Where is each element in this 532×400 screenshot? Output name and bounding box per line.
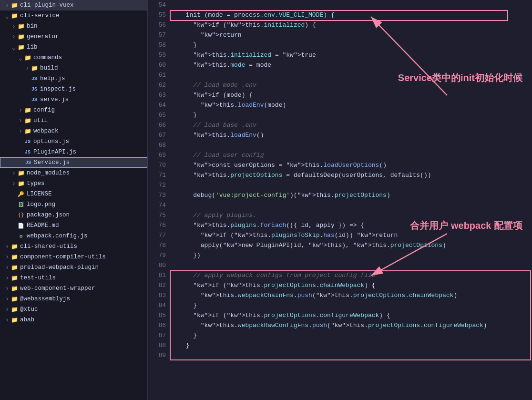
file-icon: 📁 bbox=[24, 107, 31, 114]
tree-arrow-icon: › bbox=[4, 1, 10, 9]
file-icon: 🔑 bbox=[17, 191, 25, 197]
tree-item-label: util bbox=[33, 117, 147, 124]
sidebar-item-bin[interactable]: ›📁bin bbox=[0, 21, 147, 31]
code-line: // load user config bbox=[178, 150, 532, 160]
sidebar-item-LICENSE[interactable]: 🔑LICENSE bbox=[0, 189, 147, 199]
file-icon: 📄 bbox=[17, 223, 25, 229]
code-text: init (mode = process.env.VUE_CLI_MODE) {… bbox=[171, 0, 532, 400]
code-line: }) bbox=[178, 250, 532, 260]
tree-item-label: serve.js bbox=[40, 96, 147, 103]
file-icon: JS bbox=[24, 159, 32, 166]
sidebar-item-options-js[interactable]: JSoptions.js bbox=[0, 136, 147, 147]
tree-item-label: package.json bbox=[27, 212, 147, 218]
sidebar-item-cli-service[interactable]: ⌄📁cli-service bbox=[0, 10, 147, 21]
code-line: "kw">if ("kw">this.pluginsToSkip.has(id)… bbox=[178, 230, 532, 240]
sidebar-item-logo-png[interactable]: 🖼logo.png bbox=[0, 199, 147, 210]
code-line bbox=[178, 140, 532, 150]
sidebar-item-lib[interactable]: ⌄📁lib bbox=[0, 42, 147, 52]
file-icon: 📁 bbox=[17, 180, 25, 187]
code-line: "kw">this.initialized = "kw">true bbox=[178, 50, 532, 60]
sidebar-item-PluginAPI-js[interactable]: JSPluginAPI.js bbox=[0, 147, 147, 157]
tree-item-label: commands bbox=[33, 54, 147, 61]
file-icon: {} bbox=[17, 212, 25, 218]
sidebar-item-serve-js[interactable]: JSserve.js bbox=[0, 94, 147, 105]
sidebar-item-cli-plugin-vuex[interactable]: ›📁cli-plugin-vuex bbox=[0, 0, 147, 10]
sidebar-item-inspect-js[interactable]: JSinspect.js bbox=[0, 84, 147, 94]
tree-item-label: LICENSE bbox=[27, 191, 147, 197]
tree-arrow-icon: › bbox=[4, 285, 10, 292]
tree-item-label: preload-webpack-plugin bbox=[20, 264, 147, 271]
file-icon: 📁 bbox=[24, 117, 31, 124]
sidebar-item-webpack-config-js[interactable]: ⚙webpack.config.js bbox=[0, 231, 147, 241]
tree-arrow-icon: ⌄ bbox=[10, 43, 17, 51]
line-number: 65 bbox=[148, 110, 166, 120]
file-icon: 📁 bbox=[10, 264, 18, 271]
sidebar-item-node_modules[interactable]: ›📁node_modules bbox=[0, 168, 147, 178]
tree-item-label: webpack.config.js bbox=[27, 233, 147, 239]
sidebar-item-Service-js[interactable]: JSService.js bbox=[0, 157, 147, 168]
line-number: 85 bbox=[148, 310, 166, 320]
tree-arrow-icon: › bbox=[4, 306, 10, 313]
tree-item-label: cli-shared-utils bbox=[20, 243, 147, 250]
line-number: 89 bbox=[148, 350, 166, 360]
tree-item-label: config bbox=[33, 107, 147, 113]
sidebar-item-commands[interactable]: ⌄📁commands bbox=[0, 52, 147, 63]
sidebar-item-cli-shared-utils[interactable]: ›📁cli-shared-utils bbox=[0, 241, 147, 252]
line-number: 64 bbox=[148, 100, 166, 110]
tree-arrow-icon: › bbox=[17, 127, 24, 135]
line-number: 84 bbox=[148, 300, 166, 310]
file-icon: JS bbox=[31, 96, 38, 103]
tree-arrow-icon: › bbox=[4, 295, 10, 303]
code-line: // load mode .env bbox=[178, 80, 532, 90]
line-number: 80 bbox=[148, 260, 166, 270]
code-editor: 5455565758596061626364656667686970717273… bbox=[148, 0, 532, 400]
sidebar-item-config[interactable]: ›📁config bbox=[0, 105, 147, 115]
sidebar-item-util[interactable]: ›📁util bbox=[0, 115, 147, 126]
tree-item-label: README.md bbox=[27, 222, 147, 229]
line-number: 56 bbox=[148, 20, 166, 30]
line-number: 79 bbox=[148, 250, 166, 260]
sidebar-item-generator[interactable]: ›📁generator bbox=[0, 31, 147, 42]
line-number: 73 bbox=[148, 190, 166, 200]
tree-item-label: types bbox=[27, 180, 147, 187]
code-line: "kw">if ("kw">this.projectOptions.chainW… bbox=[178, 280, 532, 290]
line-number: 59 bbox=[148, 50, 166, 60]
sidebar-item-test-utils[interactable]: ›📁test-utils bbox=[0, 273, 147, 283]
sidebar-item-abab[interactable]: ›📁abab bbox=[0, 315, 147, 325]
line-number: 69 bbox=[148, 150, 166, 160]
file-icon: 📁 bbox=[10, 254, 18, 261]
code-line: "kw">this.mode = mode bbox=[178, 60, 532, 70]
sidebar-item-build[interactable]: ›📁build bbox=[0, 63, 147, 73]
line-number: 87 bbox=[148, 330, 166, 340]
sidebar-item-types[interactable]: ›📁types bbox=[0, 178, 147, 189]
file-icon: 📁 bbox=[24, 128, 31, 135]
file-icon: 📁 bbox=[10, 243, 18, 250]
sidebar-item-webassemblyjs[interactable]: ›📁@webassemblyjs bbox=[0, 294, 147, 304]
tree-item-label: abab bbox=[20, 317, 147, 323]
tree-item-label: node_modules bbox=[27, 170, 147, 176]
sidebar-item-webpack[interactable]: ›📁webpack bbox=[0, 126, 147, 136]
file-icon: 📁 bbox=[10, 275, 18, 282]
sidebar-item-component-compiler-utils[interactable]: ›📁component-compiler-utils bbox=[0, 252, 147, 262]
sidebar-item-README-md[interactable]: 📄README.md bbox=[0, 220, 147, 231]
sidebar-item-help-js[interactable]: JShelp.js bbox=[0, 73, 147, 84]
tree-item-label: lib bbox=[27, 44, 147, 51]
tree-item-label: Service.js bbox=[34, 159, 147, 166]
tree-arrow-icon: › bbox=[4, 264, 10, 271]
line-number: 71 bbox=[148, 170, 166, 180]
code-line bbox=[178, 260, 532, 270]
file-icon: 📁 bbox=[17, 23, 25, 30]
sidebar-item-xtuc[interactable]: ›📁@xtuc bbox=[0, 304, 147, 315]
code-line: "kw">this.plugins.forEach(({ id, apply }… bbox=[178, 220, 532, 230]
code-line: } bbox=[178, 300, 532, 310]
sidebar-item-web-component-wrapper[interactable]: ›📁web-component-wrapper bbox=[0, 283, 147, 294]
line-number: 60 bbox=[148, 60, 166, 70]
tree-item-label: @xtuc bbox=[20, 306, 147, 313]
sidebar-item-package-json[interactable]: {}package.json bbox=[0, 210, 147, 220]
line-number: 86 bbox=[148, 320, 166, 330]
file-icon: 📁 bbox=[24, 54, 31, 62]
line-number: 76 bbox=[148, 220, 166, 230]
tree-item-label: options.js bbox=[33, 138, 147, 145]
sidebar-item-preload-webpack-plugin[interactable]: ›📁preload-webpack-plugin bbox=[0, 262, 147, 273]
line-number: 78 bbox=[148, 240, 166, 250]
